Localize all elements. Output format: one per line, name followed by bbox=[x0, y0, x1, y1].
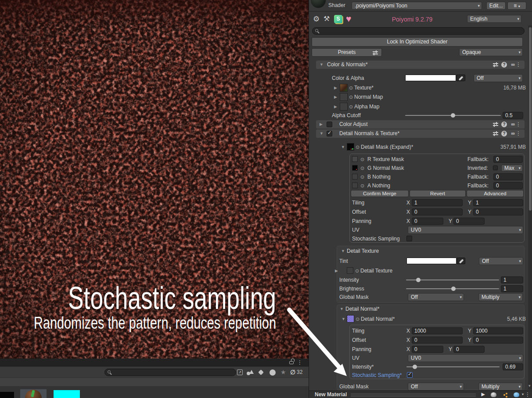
eyedropper-button[interactable] bbox=[457, 75, 465, 81]
favorites-star-icon[interactable]: ★ bbox=[280, 367, 286, 378]
detail-texture-thumbnail[interactable] bbox=[347, 267, 353, 274]
sphere-preview-icon[interactable] bbox=[491, 392, 496, 397]
global-mask-dropdown[interactable]: Off bbox=[408, 293, 464, 301]
object-picker-icon[interactable]: ⊙ bbox=[360, 155, 364, 164]
object-picker-icon[interactable]: ⊙ bbox=[356, 315, 359, 323]
detail-normal-thumbnail[interactable] bbox=[347, 315, 354, 323]
lock-in-optimized-shader-button[interactable]: Lock In Optimized Shader bbox=[312, 37, 523, 47]
collapse-triangle-icon[interactable]: ▼ bbox=[341, 143, 345, 151]
alpha-cutoff-value[interactable]: 0.5 bbox=[503, 112, 523, 119]
scrollbar-thumb[interactable] bbox=[529, 27, 532, 211]
preset-icon[interactable] bbox=[493, 131, 498, 136]
intensity-slider[interactable] bbox=[406, 366, 500, 367]
expand-triangle-icon[interactable]: ▶ bbox=[334, 83, 337, 92]
drag-handle[interactable] bbox=[351, 394, 476, 397]
help-icon[interactable]: ? bbox=[501, 122, 507, 127]
r-fallback-value[interactable]: 0 bbox=[493, 156, 523, 163]
panning-y-field[interactable]: 0 bbox=[453, 218, 485, 225]
kebab-menu-icon[interactable]: ⋮ bbox=[516, 61, 521, 69]
brightness-value[interactable]: 1 bbox=[501, 285, 523, 292]
asset-thumbnail-black[interactable] bbox=[0, 392, 14, 398]
tint-color-swatch[interactable] bbox=[406, 258, 457, 264]
object-picker-icon[interactable]: ⊙ bbox=[360, 172, 364, 181]
asset-thumbnail-material[interactable] bbox=[20, 389, 47, 398]
thry-editor-icon[interactable]: S bbox=[334, 15, 342, 23]
detail-texture-header[interactable]: ▼ Detail Texture bbox=[309, 247, 532, 255]
shader-dropdown[interactable]: .poiyomi/Poiyomi Toon bbox=[352, 2, 482, 10]
object-picker-icon[interactable]: ⊙ bbox=[356, 143, 359, 151]
texture-thumbnail[interactable] bbox=[340, 84, 348, 92]
global-mask-blend-dropdown[interactable]: Multiply bbox=[478, 383, 523, 391]
uv-dropdown[interactable]: UV0 bbox=[408, 226, 523, 234]
confirm-merge-button[interactable]: Confirm Merge bbox=[351, 190, 409, 197]
offset-x-field[interactable]: 0 bbox=[412, 208, 463, 215]
offset-x-field[interactable]: 0 bbox=[412, 337, 463, 344]
section-color-adjust[interactable]: ▶ Color Adjust ? ∞ ⋮ bbox=[316, 120, 525, 129]
material-footer-bar[interactable]: New Material ▶ ▾ ⋮ bbox=[309, 391, 532, 398]
color-swatch[interactable] bbox=[405, 75, 456, 81]
tiling-x-field[interactable]: 1000 bbox=[412, 327, 463, 334]
stochastic-sampling-checkbox[interactable] bbox=[406, 236, 412, 241]
b-channel-thumbnail[interactable] bbox=[352, 174, 358, 179]
gear-icon[interactable]: ⚙ bbox=[313, 14, 320, 24]
kebab-menu-icon[interactable]: ⋮ bbox=[516, 120, 521, 129]
collapse-triangle-icon[interactable]: ▼ bbox=[341, 315, 345, 323]
collapse-triangle-icon[interactable]: ▼ bbox=[320, 129, 324, 138]
alpha-cutoff-slider[interactable] bbox=[405, 115, 501, 116]
tiling-x-field[interactable]: 1 bbox=[412, 199, 463, 206]
tiling-y-field[interactable]: 1000 bbox=[473, 327, 523, 334]
intensity-slider[interactable] bbox=[406, 280, 499, 280]
panning-x-field[interactable]: 0 bbox=[412, 346, 443, 353]
detail-normals-checkbox[interactable] bbox=[327, 131, 332, 136]
expand-triangle-icon[interactable]: ▶ bbox=[334, 102, 337, 111]
inverted-checkbox[interactable] bbox=[493, 165, 498, 170]
kebab-menu-icon[interactable]: ⋮ bbox=[525, 391, 530, 398]
tag-icon[interactable] bbox=[258, 369, 264, 375]
object-picker-icon[interactable]: ⊙ bbox=[349, 102, 353, 111]
preset-icon[interactable] bbox=[493, 122, 498, 127]
help-icon[interactable]: ? bbox=[501, 62, 507, 68]
help-icon[interactable]: ? bbox=[501, 131, 507, 136]
kebab-menu-icon[interactable]: ⋮ bbox=[516, 129, 521, 138]
collapse-triangle-icon[interactable]: ▼ bbox=[320, 61, 324, 69]
poiyomi-heart-icon[interactable]: ♥ bbox=[346, 14, 351, 24]
property-search-input[interactable] bbox=[312, 27, 525, 35]
particles-icon[interactable] bbox=[503, 393, 508, 397]
object-picker-icon[interactable]: ⊙ bbox=[349, 93, 353, 101]
global-mask-dropdown[interactable]: Off bbox=[408, 383, 464, 391]
object-picker-icon[interactable]: ⊙ bbox=[360, 181, 364, 190]
collapse-triangle-icon[interactable]: ▼ bbox=[340, 305, 344, 313]
section-color-normals[interactable]: ▼ Color & Normals* ? ∞ ⋮ bbox=[316, 61, 525, 69]
slider-knob[interactable] bbox=[416, 278, 421, 282]
a-channel-thumbnail[interactable] bbox=[352, 183, 358, 188]
tiling-y-field[interactable]: 1 bbox=[473, 199, 523, 206]
scrollbar-down-icon[interactable]: ▾ bbox=[528, 384, 531, 388]
brightness-slider[interactable] bbox=[406, 288, 499, 289]
unlock-icon[interactable] bbox=[289, 361, 294, 364]
kebab-menu-icon[interactable]: ⋮ bbox=[297, 360, 302, 365]
expand-triangle-icon[interactable]: ▶ bbox=[334, 93, 337, 101]
slider-knob[interactable] bbox=[451, 113, 455, 118]
g-mode-dropdown[interactable]: Max bbox=[501, 165, 523, 172]
panning-y-field[interactable]: 0 bbox=[453, 346, 485, 353]
link-icon[interactable]: ∞ bbox=[511, 120, 515, 129]
play-preview-icon[interactable]: ▶ bbox=[482, 391, 485, 397]
chevron-down-icon[interactable]: ▾ bbox=[522, 392, 524, 396]
eye-off-icon[interactable]: ∅ bbox=[290, 367, 295, 378]
stochastic-sampling-checkbox[interactable] bbox=[407, 372, 413, 378]
lighting-sphere-icon[interactable] bbox=[514, 392, 519, 397]
slider-knob[interactable] bbox=[413, 365, 417, 369]
expand-triangle-icon[interactable]: ▶ bbox=[335, 266, 338, 275]
preset-icon[interactable] bbox=[493, 62, 498, 67]
offset-y-field[interactable]: 0 bbox=[473, 337, 523, 344]
asset-thumbnail-cyan[interactable] bbox=[54, 390, 80, 398]
panning-x-field[interactable]: 0 bbox=[412, 218, 443, 225]
b-fallback-value[interactable]: 0 bbox=[493, 173, 523, 180]
shapes-filter-icon[interactable] bbox=[247, 370, 254, 375]
color-adjust-checkbox[interactable] bbox=[327, 122, 332, 127]
render-queue-dropdown[interactable]: Opaque bbox=[459, 48, 523, 56]
object-picker-icon[interactable]: ⊙ bbox=[349, 83, 353, 92]
detail-normal-header[interactable]: ▼ Detail Normal* bbox=[309, 305, 532, 313]
global-mask-blend-dropdown[interactable]: Multiply bbox=[478, 293, 523, 301]
detail-mask-thumbnail[interactable] bbox=[347, 143, 354, 151]
